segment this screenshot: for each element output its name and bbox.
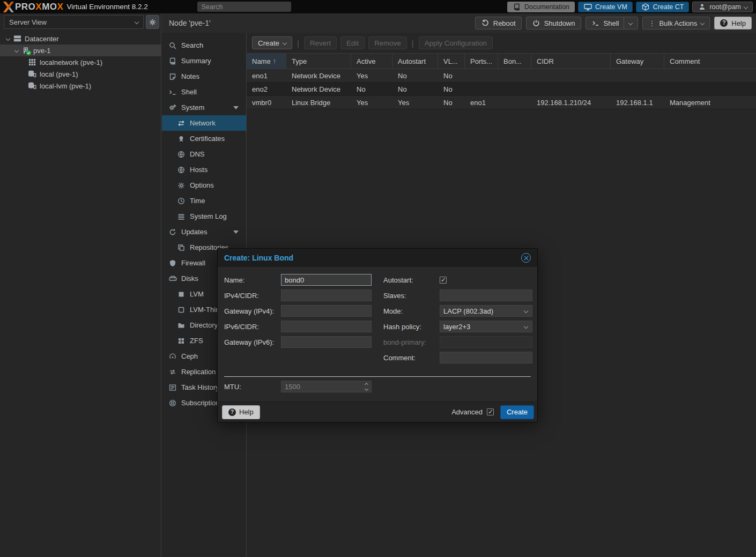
tree-settings-button[interactable] bbox=[146, 15, 159, 29]
tree-item-local-lvm[interactable]: local-lvm (pve-1) bbox=[0, 80, 161, 92]
replication-icon bbox=[168, 368, 177, 376]
chevron-down-icon[interactable] bbox=[628, 21, 633, 25]
create-vm-button[interactable]: Create VM bbox=[578, 2, 633, 12]
view-selector[interactable]: Server View bbox=[4, 15, 144, 29]
mode-select[interactable]: LACP (802.3ad) bbox=[440, 305, 532, 317]
gateway-ipv4-field[interactable] bbox=[281, 305, 372, 317]
advanced-label: Advanced bbox=[451, 408, 483, 416]
expander-icon[interactable] bbox=[14, 48, 19, 53]
dialog-body: Name: IPv4/CIDR: Gateway (IPv4): IPv6/CI… bbox=[218, 267, 537, 403]
reboot-button[interactable]: Reboot bbox=[475, 17, 522, 29]
name-field[interactable] bbox=[281, 274, 372, 286]
tree-item-pve-1[interactable]: pve-1 bbox=[0, 44, 161, 56]
comment-field[interactable] bbox=[440, 352, 532, 363]
sidebar-item-notes[interactable]: Notes bbox=[162, 69, 246, 84]
ipv6-cidr-field[interactable] bbox=[281, 321, 372, 332]
bulk-actions-button[interactable]: ⋮ Bulk Actions bbox=[642, 17, 710, 29]
column-header-bond[interactable]: Bon... bbox=[498, 54, 531, 69]
caret-down-icon[interactable] bbox=[233, 106, 239, 109]
bond-primary-field bbox=[440, 336, 532, 348]
storage-icon bbox=[28, 81, 36, 90]
sidebar-item-options[interactable]: Options bbox=[162, 177, 246, 193]
gateway-ipv6-field[interactable] bbox=[281, 336, 372, 348]
column-header-active[interactable]: Active bbox=[351, 54, 392, 69]
table-row-vmbr0[interactable]: vmbr0 Linux Bridge Yes Yes No eno1 192.1… bbox=[247, 96, 756, 109]
sidebar-item-summary[interactable]: Summary bbox=[162, 53, 246, 69]
sidebar-item-time[interactable]: Time bbox=[162, 193, 246, 209]
table-body: eno1 Network Device Yes No No eno2 Netwo… bbox=[247, 69, 756, 109]
column-header-ports[interactable]: Ports... bbox=[465, 54, 498, 69]
shell-button[interactable]: Shell bbox=[585, 17, 639, 29]
mtu-field[interactable] bbox=[281, 381, 372, 392]
create-button[interactable]: Create bbox=[252, 36, 292, 49]
server-icon bbox=[13, 34, 21, 43]
chevron-down-icon bbox=[524, 309, 528, 313]
sidebar-item-system-log[interactable]: System Log bbox=[162, 209, 246, 224]
create-ct-button[interactable]: Create CT bbox=[636, 2, 690, 12]
square-icon bbox=[177, 290, 186, 299]
spinner-down-icon bbox=[365, 387, 368, 390]
proxmox-logo-icon bbox=[2, 1, 15, 13]
copy-icon bbox=[177, 243, 186, 252]
tree-item-localnetwork[interactable]: localnetwork (pve-1) bbox=[0, 56, 161, 68]
revert-button[interactable]: Revert bbox=[304, 36, 337, 49]
column-header-name[interactable]: Name↑ bbox=[247, 54, 286, 69]
comment-label: Comment: bbox=[383, 354, 440, 362]
shutdown-button[interactable]: Shutdown bbox=[526, 17, 581, 29]
global-search-input[interactable] bbox=[197, 2, 291, 12]
documentation-button[interactable]: Documentation bbox=[507, 2, 575, 12]
advanced-checkbox[interactable] bbox=[487, 409, 494, 415]
autostart-checkbox[interactable] bbox=[440, 277, 447, 284]
table-row-eno1[interactable]: eno1 Network Device Yes No No bbox=[247, 69, 756, 83]
support-icon bbox=[168, 399, 177, 407]
sidebar-item-dns[interactable]: DNS bbox=[162, 146, 246, 162]
create-linux-bond-dialog: Create: Linux Bond Name: IPv4/CIDR: Gate… bbox=[217, 248, 538, 422]
dialog-help-button[interactable]: ? Help bbox=[222, 405, 260, 419]
apply-configuration-button[interactable]: Apply Configuration bbox=[419, 36, 493, 49]
version-subtitle: Virtual Environment 8.2.2 bbox=[66, 3, 147, 11]
tree-item-local[interactable]: local (pve-1) bbox=[0, 68, 161, 80]
monitor-icon bbox=[583, 3, 592, 11]
gateway-ipv6-label: Gateway (IPv6): bbox=[224, 338, 281, 346]
sidebar-item-certificates[interactable]: Certificates bbox=[162, 131, 246, 146]
column-header-cidr[interactable]: CIDR bbox=[531, 54, 611, 69]
tree-header: Server View bbox=[0, 13, 161, 31]
caret-down-icon[interactable] bbox=[233, 231, 239, 234]
chevron-down-icon bbox=[744, 4, 748, 9]
ipv4-cidr-field[interactable] bbox=[281, 289, 372, 301]
dialog-create-button[interactable]: Create bbox=[500, 405, 534, 419]
folder-icon bbox=[177, 321, 186, 330]
column-header-type[interactable]: Type bbox=[286, 54, 351, 69]
table-row-eno2[interactable]: eno2 Network Device No No No bbox=[247, 83, 756, 96]
sidebar-item-network[interactable]: Network bbox=[162, 115, 246, 131]
mtu-spinner[interactable] bbox=[362, 381, 371, 392]
ipv4-cidr-label: IPv4/CIDR: bbox=[224, 292, 281, 300]
edit-button[interactable]: Edit bbox=[340, 36, 365, 49]
sidebar-item-hosts[interactable]: Hosts bbox=[162, 162, 246, 177]
tasks-icon bbox=[168, 383, 177, 392]
sidebar-item-search[interactable]: Search bbox=[162, 38, 246, 53]
expander-icon[interactable] bbox=[6, 36, 10, 41]
column-header-gateway[interactable]: Gateway bbox=[611, 54, 664, 69]
network-toolbar: Create | Revert Edit Remove | Apply Conf… bbox=[247, 33, 756, 53]
sidebar-item-system[interactable]: System bbox=[162, 100, 246, 115]
sidebar-item-shell[interactable]: Shell bbox=[162, 84, 246, 100]
brand-wordmark: PROXMOX bbox=[15, 2, 63, 12]
column-header-autostart[interactable]: Autostart bbox=[392, 54, 438, 69]
question-icon: ? bbox=[228, 409, 236, 416]
tree-item-datacenter[interactable]: Datacenter bbox=[0, 33, 161, 44]
dialog-titlebar[interactable]: Create: Linux Bond bbox=[218, 249, 537, 267]
close-icon[interactable] bbox=[521, 253, 531, 263]
storage-icon bbox=[28, 70, 36, 78]
hash-policy-select[interactable]: layer2+3 bbox=[440, 321, 532, 332]
sidebar-item-updates[interactable]: Updates bbox=[162, 224, 246, 240]
help-button[interactable]: ? Help bbox=[714, 17, 752, 29]
slaves-label: Slaves: bbox=[383, 292, 440, 300]
column-header-vlan[interactable]: VL... bbox=[438, 54, 465, 69]
slaves-field[interactable] bbox=[440, 289, 532, 301]
terminal-icon bbox=[591, 19, 600, 27]
sort-asc-icon: ↑ bbox=[273, 57, 276, 65]
user-menu-button[interactable]: root@pam bbox=[692, 2, 753, 12]
remove-button[interactable]: Remove bbox=[368, 36, 407, 49]
column-header-comment[interactable]: Comment bbox=[664, 54, 756, 69]
